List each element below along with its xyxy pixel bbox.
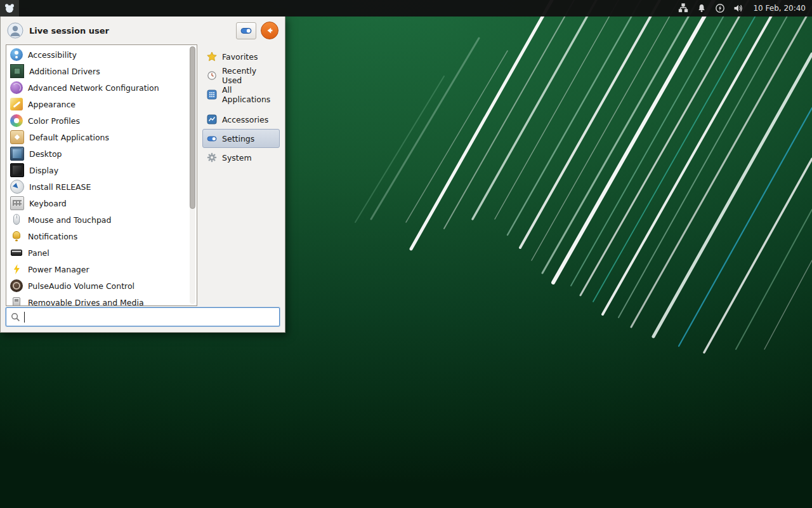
category-system[interactable]: System [202, 148, 280, 167]
clock-icon [207, 70, 217, 81]
category-separator [202, 104, 280, 110]
menu-header: Live session user [1, 17, 285, 44]
search-icon [11, 312, 20, 322]
category-all-applications[interactable]: All Applications [202, 85, 280, 104]
power-icon[interactable] [714, 3, 726, 14]
removable-drives-icon [10, 296, 23, 306]
logout-button[interactable] [261, 22, 278, 39]
appearance-icon [10, 98, 23, 110]
app-item-install-release[interactable]: Install RELEASE [6, 178, 197, 195]
category-recently-used[interactable]: Recently Used [202, 66, 280, 85]
app-item-notifications[interactable]: Notifications [6, 228, 197, 244]
desktop-icon [10, 147, 24, 161]
app-item-display[interactable]: Display [6, 162, 197, 178]
whisker-menu-button[interactable] [0, 0, 19, 17]
settings-toggle-icon [240, 26, 252, 36]
advanced-network-icon [10, 81, 23, 94]
app-item-pulseaudio-volume-control[interactable]: PulseAudio Volume Control [6, 277, 197, 294]
search-bar [6, 307, 280, 326]
app-item-advanced-network-configuration[interactable]: Advanced Network Configuration [6, 79, 197, 96]
app-item-removable-drives-and-media[interactable]: Removable Drives and Media [6, 294, 197, 306]
grid-icon [207, 90, 217, 100]
category-settings[interactable]: Settings [202, 129, 280, 148]
install-release-icon [10, 180, 24, 194]
search-input[interactable] [25, 312, 275, 323]
additional-drivers-icon [10, 64, 24, 78]
app-item-appearance[interactable]: Appearance [6, 96, 197, 112]
display-icon [10, 163, 24, 177]
application-list: Accessibility Additional Drivers Advance… [6, 44, 197, 306]
app-item-power-manager[interactable]: Power Manager [6, 261, 197, 277]
app-item-mouse-and-touchpad[interactable]: Mouse and Touchpad [6, 211, 197, 228]
panel-icon [10, 246, 23, 259]
category-accessories[interactable]: Accessories [202, 110, 280, 129]
app-item-additional-drivers[interactable]: Additional Drivers [6, 63, 197, 79]
accessories-icon [207, 114, 217, 124]
notifications-icon[interactable] [696, 3, 707, 14]
mouse-icon [10, 213, 23, 226]
pulseaudio-icon [10, 279, 23, 292]
xubuntu-logo-icon [4, 3, 15, 14]
volume-icon[interactable] [733, 3, 744, 14]
app-list-scrollbar[interactable] [190, 46, 195, 304]
star-icon [207, 51, 217, 62]
app-item-default-applications[interactable]: Default Applications [6, 129, 197, 145]
app-item-accessibility[interactable]: Accessibility [6, 46, 197, 63]
gear-icon [207, 152, 217, 163]
network-icon[interactable] [678, 3, 689, 14]
category-list: Favorites Recently Used [202, 44, 280, 306]
user-avatar-icon [7, 22, 23, 39]
menu-user-title: Live session user [29, 26, 236, 36]
whisker-menu: Live session user Accessibility Addition… [0, 17, 285, 333]
keyboard-icon [10, 196, 24, 210]
power-manager-icon [10, 263, 23, 276]
app-item-keyboard[interactable]: Keyboard [6, 195, 197, 211]
app-item-desktop[interactable]: Desktop [6, 145, 197, 162]
system-tray: 10 Feb, 20:40 [678, 3, 812, 14]
top-panel: 10 Feb, 20:40 [0, 0, 812, 17]
color-profiles-icon [10, 114, 23, 127]
scrollbar-thumb[interactable] [190, 46, 195, 209]
notifications-bell-icon [10, 230, 23, 243]
logout-arrow-icon [265, 26, 274, 35]
menu-body: Accessibility Additional Drivers Advance… [6, 44, 280, 306]
panel-clock[interactable]: 10 Feb, 20:40 [751, 4, 806, 13]
settings-switch-icon [207, 133, 217, 144]
category-favorites[interactable]: Favorites [202, 47, 280, 66]
app-item-color-profiles[interactable]: Color Profiles [6, 112, 197, 129]
accessibility-icon [10, 48, 23, 61]
default-applications-icon [10, 130, 24, 144]
app-item-panel[interactable]: Panel [6, 244, 197, 261]
settings-manager-button[interactable] [236, 22, 256, 39]
